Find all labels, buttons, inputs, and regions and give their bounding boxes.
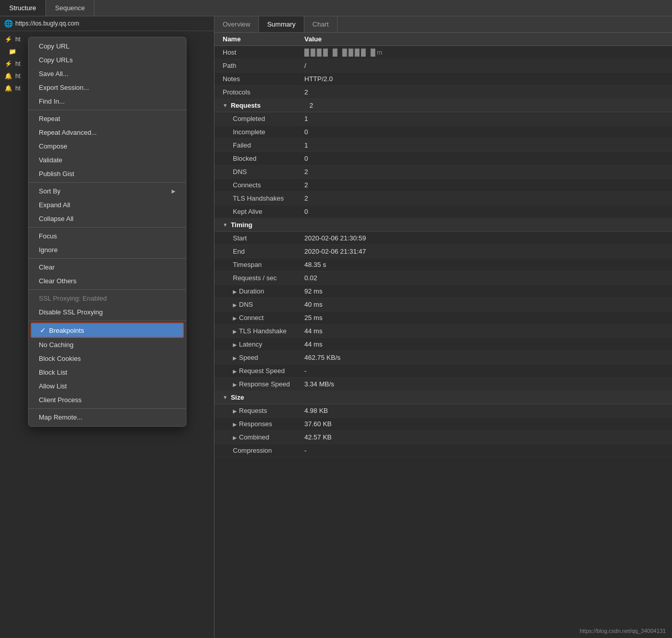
- table-row: ▶DNS 40 ms: [214, 298, 672, 311]
- menu-export-session[interactable]: Export Session...: [29, 81, 186, 94]
- tab-chart[interactable]: Chart: [304, 16, 338, 32]
- row-name: ▶Connect: [223, 314, 304, 322]
- menu-divider: [29, 258, 186, 259]
- table-row: Timespan 48.35 s: [214, 258, 672, 272]
- table-row: Completed 1: [214, 112, 672, 126]
- menu-block-cookies[interactable]: Block Cookies: [29, 352, 186, 365]
- row-value: -: [304, 367, 664, 375]
- url-text: https://ios.bugly.qq.com: [15, 20, 79, 27]
- table-row: ▶Response Speed 3.34 MB/s: [214, 378, 672, 391]
- right-tab-bar: Overview Summary Chart: [214, 16, 672, 33]
- context-menu: Copy URL Copy URLs Save All... Export Se…: [28, 37, 186, 427]
- menu-publish-gist[interactable]: Publish Gist: [29, 167, 186, 181]
- menu-clear[interactable]: Clear: [29, 260, 186, 274]
- section-requests[interactable]: ▼ Requests 2: [214, 99, 672, 112]
- menu-no-caching[interactable]: No Caching: [29, 338, 186, 352]
- collapse-arrow-icon: ▶: [233, 329, 237, 334]
- menu-divider: [29, 289, 186, 290]
- menu-copy-urls[interactable]: Copy URLs: [29, 53, 186, 67]
- bell-icon: 🔔: [4, 84, 12, 92]
- row-name: ▶Latency: [223, 340, 304, 348]
- top-tab-bar: Structure Sequence: [0, 0, 672, 16]
- row-name: Start: [223, 234, 304, 242]
- tab-overview[interactable]: Overview: [214, 16, 259, 32]
- table-row: ▶Latency 44 ms: [214, 338, 672, 351]
- menu-expand-all[interactable]: Expand All: [29, 198, 186, 212]
- row-value: 0: [304, 208, 664, 215]
- col-value-header: Value: [304, 35, 322, 43]
- menu-divider: [29, 408, 186, 409]
- row-name: ▶Request Speed: [223, 367, 304, 375]
- menu-map-remote[interactable]: Map Remote...: [29, 410, 186, 424]
- menu-breakpoints[interactable]: ✓ Breakpoints: [31, 323, 184, 338]
- menu-clear-others[interactable]: Clear Others: [29, 274, 186, 288]
- table-row: TLS Handshakes 2: [214, 192, 672, 205]
- row-name: ▶Speed: [223, 354, 304, 361]
- expand-arrow-icon: ▼: [223, 395, 228, 400]
- row-name: Incomplete: [223, 128, 304, 136]
- collapse-arrow-icon: ▶: [233, 382, 237, 387]
- menu-compose[interactable]: Compose: [29, 139, 186, 153]
- collapse-arrow-icon: ▶: [233, 408, 237, 414]
- row-name: Protocols: [223, 88, 304, 96]
- menu-allow-list[interactable]: Allow List: [29, 379, 186, 393]
- row-name: ▶Duration: [223, 287, 304, 295]
- row-name: Timespan: [223, 261, 304, 268]
- row-value: ████ █ ████ █m: [304, 48, 664, 56]
- row-name: ▶DNS: [223, 301, 304, 308]
- menu-ignore[interactable]: Ignore: [29, 243, 186, 257]
- row-name: Host: [223, 48, 304, 56]
- row-value: 2: [304, 181, 664, 189]
- table-row: ▶Request Speed -: [214, 364, 672, 378]
- section-size[interactable]: ▼ Size: [214, 391, 672, 404]
- menu-save-all[interactable]: Save All...: [29, 67, 186, 81]
- menu-collapse-all[interactable]: Collapse All: [29, 212, 186, 226]
- menu-block-list[interactable]: Block List: [29, 365, 186, 379]
- row-value: 44 ms: [304, 327, 664, 335]
- menu-divider: [29, 321, 186, 321]
- row-value: -: [304, 447, 664, 454]
- menu-client-process[interactable]: Client Process: [29, 393, 186, 407]
- row-value: 1: [304, 141, 664, 149]
- main-area: 🌐 https://ios.bugly.qq.com ⚡ ht 📁 ⚡ ht 🔔…: [0, 16, 672, 638]
- table-row: Start 2020-02-06 21:30:59: [214, 232, 672, 245]
- row-value: 2: [304, 194, 664, 202]
- collapse-arrow-icon: ▶: [233, 342, 237, 348]
- table-row: ▶Combined 42.57 KB: [214, 431, 672, 444]
- row-value: 462.75 KB/s: [304, 354, 664, 361]
- row-name: Path: [223, 62, 304, 69]
- table-row: Path /: [214, 59, 672, 72]
- row-value: 0: [304, 128, 664, 136]
- menu-sort-by[interactable]: Sort By ▶: [29, 184, 186, 198]
- table-row: ▶Duration 92 ms: [214, 285, 672, 298]
- menu-find-in[interactable]: Find In...: [29, 94, 186, 108]
- row-name: Kept Alive: [223, 208, 304, 215]
- row-name: TLS Handshakes: [223, 194, 304, 202]
- section-timing[interactable]: ▼ Timing: [214, 218, 672, 232]
- menu-validate[interactable]: Validate: [29, 153, 186, 167]
- tab-summary[interactable]: Summary: [259, 16, 304, 32]
- table-row: ▶Responses 37.60 KB: [214, 418, 672, 431]
- table-row: ▶TLS Handshake 44 ms: [214, 325, 672, 338]
- row-value: /: [304, 62, 664, 69]
- row-value: 48.35 s: [304, 261, 664, 268]
- row-value: 0: [304, 155, 664, 162]
- menu-disable-ssl-proxying[interactable]: Disable SSL Proxying: [29, 305, 186, 319]
- row-name: Notes: [223, 75, 304, 83]
- row-value: 0.02: [304, 274, 664, 282]
- menu-focus[interactable]: Focus: [29, 229, 186, 243]
- row-value: 2: [304, 88, 664, 96]
- menu-divider: [29, 227, 186, 228]
- tab-structure[interactable]: Structure: [0, 0, 46, 16]
- tab-sequence[interactable]: Sequence: [46, 0, 95, 16]
- menu-copy-url[interactable]: Copy URL: [29, 39, 186, 53]
- bolt-icon: ⚡: [4, 60, 12, 68]
- column-headers: Name Value: [214, 33, 672, 46]
- row-value: 2020-02-06 21:30:59: [304, 234, 664, 242]
- table-row: ▶Requests 4.98 KB: [214, 404, 672, 418]
- row-value: HTTP/2.0: [304, 75, 664, 83]
- row-name: Blocked: [223, 155, 304, 162]
- collapse-arrow-icon: ▶: [233, 435, 237, 440]
- menu-repeat[interactable]: Repeat: [29, 112, 186, 126]
- menu-repeat-advanced[interactable]: Repeat Advanced...: [29, 126, 186, 139]
